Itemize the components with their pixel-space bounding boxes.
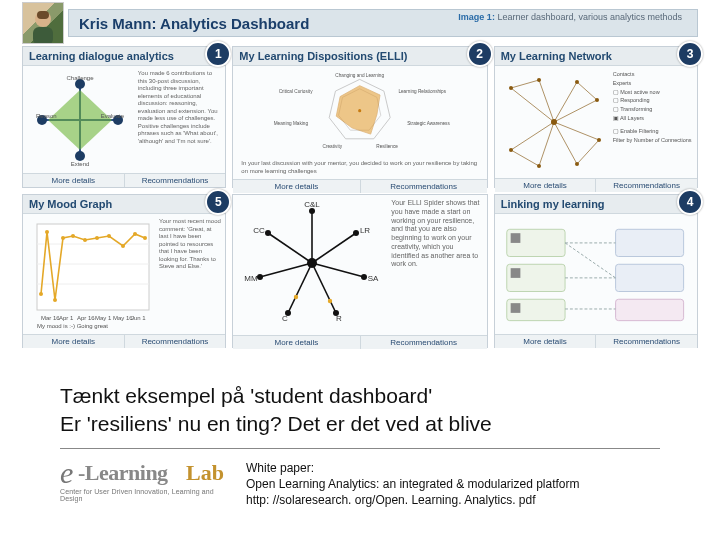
svg-point-57: [133, 232, 137, 236]
recommendations-link[interactable]: Recommendations: [124, 335, 226, 348]
avatar: [22, 2, 64, 44]
svg-point-50: [53, 298, 57, 302]
svg-text:Creativity: Creativity: [323, 144, 343, 149]
badge-2: 2: [467, 41, 493, 67]
svg-point-49: [45, 230, 49, 234]
svg-point-80: [265, 230, 271, 236]
badge-4: 4: [677, 189, 703, 215]
svg-point-40: [597, 138, 601, 142]
svg-line-23: [511, 88, 554, 122]
badge-5: 5: [205, 189, 231, 215]
svg-point-39: [595, 98, 599, 102]
badge-1: 1: [205, 41, 231, 67]
divider: [60, 448, 660, 449]
svg-line-71: [260, 263, 312, 277]
more-details-link[interactable]: More details: [233, 336, 359, 349]
svg-line-99: [565, 243, 616, 278]
more-details-link[interactable]: More details: [495, 335, 596, 348]
svg-text:Apr 1: Apr 1: [59, 315, 74, 321]
svg-point-56: [121, 244, 125, 248]
dashboard-screenshot: Kris Mann: Analytics Dashboard Image 1: …: [22, 6, 698, 361]
elearning-lab-logo: e-LearningLab Center for User Driven Inn…: [60, 460, 232, 514]
panel-linking: Linking my learning4: [494, 194, 698, 348]
axis-e: Evaluate: [101, 113, 125, 119]
svg-text:Mar 16: Mar 16: [41, 315, 60, 321]
panel-mood-graph: My Mood Graph5 Mar 16 Apr 1 Apr 16 May 1…: [22, 194, 226, 348]
svg-line-27: [554, 122, 599, 140]
svg-point-48: [39, 292, 43, 296]
svg-text:C: C: [282, 314, 288, 323]
svg-line-32: [577, 82, 597, 100]
svg-line-29: [539, 122, 554, 166]
svg-point-82: [294, 295, 298, 299]
svg-point-53: [83, 238, 87, 242]
more-details-link[interactable]: More details: [23, 335, 124, 348]
panel-dispositions: My Learning Dispositions (ELLI)2 Changin…: [232, 46, 487, 188]
axis-n: Challenge: [67, 75, 95, 81]
svg-point-36: [509, 86, 513, 90]
panel-elli-spider: C&L LR SA R C MM CC Your ELLI Spider sho…: [232, 194, 487, 348]
panel-1-text: You made 6 contributions to this 30-post…: [138, 70, 221, 169]
svg-text:CC: CC: [254, 226, 266, 235]
svg-line-30: [511, 122, 554, 150]
recommendations-link[interactable]: Recommendations: [595, 335, 697, 348]
panel-dialogue-analytics: Learning dialogue analytics1 Challenge R…: [22, 46, 226, 188]
svg-rect-95: [615, 299, 683, 320]
svg-text:Meaning Making: Meaning Making: [274, 121, 309, 126]
svg-point-15: [358, 109, 361, 112]
svg-point-73: [307, 258, 317, 268]
svg-point-35: [551, 119, 557, 125]
svg-text:MM: MM: [245, 274, 259, 283]
svg-point-38: [575, 80, 579, 84]
more-details-link[interactable]: More details: [233, 180, 359, 193]
svg-text:Resilience: Resilience: [377, 144, 399, 149]
more-details-link[interactable]: More details: [495, 179, 596, 192]
panel-network: My Learning Network3 ContactsEx: [494, 46, 698, 188]
svg-point-54: [95, 236, 99, 240]
recommendations-link[interactable]: Recommendations: [595, 179, 697, 192]
svg-rect-102: [510, 303, 520, 313]
svg-point-41: [575, 162, 579, 166]
svg-text:C&L: C&L: [305, 200, 321, 209]
svg-point-58: [143, 236, 147, 240]
svg-rect-100: [510, 233, 520, 243]
svg-text:My mood is :-) Going great: My mood is :-) Going great: [37, 323, 108, 329]
svg-rect-93: [615, 229, 683, 256]
more-details-link[interactable]: More details: [23, 174, 124, 187]
svg-point-52: [71, 234, 75, 238]
svg-text:SA: SA: [368, 274, 379, 283]
svg-point-81: [328, 299, 332, 303]
svg-rect-1: [33, 27, 53, 43]
svg-point-42: [537, 164, 541, 168]
image-caption: Image 1: Learner dashboard, various anal…: [458, 12, 682, 22]
whitepaper-citation: White paper:Open Learning Analytics: an …: [246, 460, 580, 509]
svg-text:Jun 1: Jun 1: [131, 315, 146, 321]
recommendations-link[interactable]: Recommendations: [124, 174, 226, 187]
svg-line-31: [511, 80, 539, 88]
svg-line-72: [268, 233, 312, 263]
svg-rect-94: [615, 264, 683, 291]
svg-line-70: [288, 263, 312, 313]
svg-point-43: [509, 148, 513, 152]
svg-point-75: [353, 230, 359, 236]
recommendations-link[interactable]: Recommendations: [360, 180, 487, 193]
recommendations-link[interactable]: Recommendations: [360, 336, 487, 349]
svg-point-37: [537, 78, 541, 82]
panel-2-caption: In your last discussion with your mentor…: [237, 160, 482, 175]
svg-point-55: [107, 234, 111, 238]
svg-line-68: [312, 263, 364, 277]
svg-line-28: [554, 122, 577, 164]
svg-line-34: [511, 150, 539, 166]
slide-note: Tænkt eksempel på 'student dashboard' Er…: [60, 382, 492, 439]
svg-point-11: [75, 151, 85, 161]
svg-rect-101: [510, 268, 520, 278]
svg-line-69: [312, 263, 336, 313]
svg-text:Strategic Awareness: Strategic Awareness: [407, 121, 450, 126]
svg-text:May 1: May 1: [95, 315, 112, 321]
svg-point-79: [257, 274, 263, 280]
svg-line-67: [312, 233, 356, 263]
axis-s: Extend: [71, 161, 90, 167]
svg-marker-14: [337, 86, 381, 134]
svg-point-51: [61, 236, 65, 240]
svg-line-33: [577, 140, 599, 164]
